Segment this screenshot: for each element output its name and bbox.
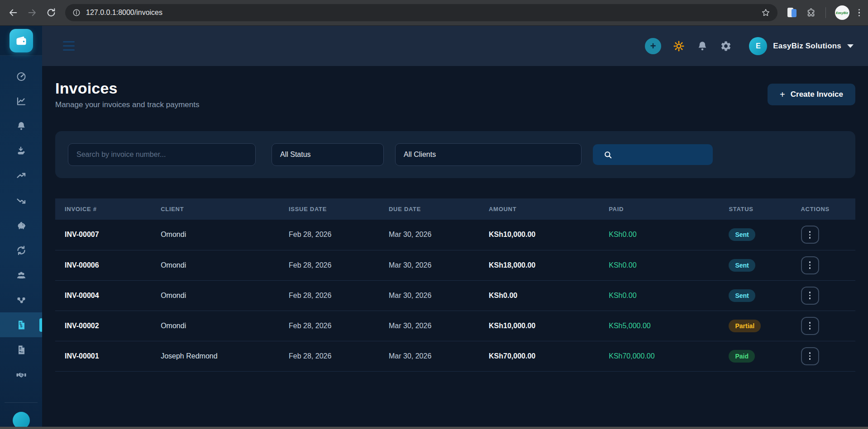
invoice-document-icon: $ [16, 320, 27, 330]
menu-toggle-icon[interactable] [63, 41, 75, 51]
bell-icon [16, 121, 27, 132]
account-name: EasyBiz Solutions [773, 42, 841, 51]
download-tray-icon [16, 146, 27, 156]
trending-down-icon [16, 195, 27, 206]
paid-cell: KSh0.00 [599, 280, 719, 311]
amount-cell: KSh10,000.00 [479, 311, 599, 341]
row-actions-kebab-button[interactable] [801, 287, 819, 305]
issue-date-cell: Feb 28, 2026 [279, 220, 379, 250]
status-badge: Sent [729, 289, 755, 302]
theme-toggle-sun-icon[interactable] [673, 40, 685, 52]
sidebar-item-dashboard[interactable] [0, 64, 42, 89]
active-indicator [39, 318, 42, 332]
sidebar-item-expenses[interactable] [0, 188, 42, 213]
sidebar-item-deals[interactable] [0, 362, 42, 387]
sidebar-item-income[interactable] [0, 163, 42, 188]
col-header-issue-date: Issue Date [279, 198, 379, 220]
due-date-cell: Mar 30, 2026 [379, 250, 479, 280]
sidebar-divider [5, 402, 38, 403]
row-actions-kebab-button[interactable] [801, 317, 819, 335]
quote-document-icon [16, 344, 27, 355]
handshake-icon [16, 369, 27, 380]
actions-cell [792, 341, 855, 371]
invoice-number-cell: INV-00006 [55, 250, 151, 280]
search-button[interactable] [593, 144, 713, 165]
table-row: INV-00006OmondiFeb 28, 2026Mar 30, 2026K… [55, 250, 855, 280]
sidebar-item-invoices[interactable]: $ [0, 312, 42, 337]
col-header-client: Client [151, 198, 279, 220]
site-info-icon[interactable] [72, 9, 81, 17]
invoice-number-cell: INV-00001 [55, 341, 151, 371]
paid-cell: KSh70,000.00 [599, 341, 719, 371]
piggy-bank-icon [16, 220, 27, 231]
invoices-table: Invoice # Client Issue Date Due Date Amo… [55, 198, 855, 372]
amount-cell: KSh0.00 [479, 280, 599, 311]
status-badge: Partial [729, 320, 761, 332]
due-date-cell: Mar 30, 2026 [379, 280, 479, 311]
sidebar-item-import[interactable] [0, 138, 42, 163]
toolbar-divider [825, 7, 826, 18]
browser-menu-icon[interactable] [858, 9, 860, 17]
row-actions-kebab-button[interactable] [801, 347, 819, 365]
amount-cell: KSh18,000.00 [479, 250, 599, 280]
browser-toolbar: 127.0.0.1:8000/invoices EasyBiz [0, 0, 868, 26]
extensions-icon[interactable] [806, 8, 816, 18]
logo-box [0, 26, 42, 56]
sidebar-item-savings[interactable] [0, 213, 42, 238]
col-header-invoice: Invoice # [55, 198, 151, 220]
page-subtitle: Manage your invoices and track payments [55, 100, 199, 109]
invoice-number-cell: INV-00007 [55, 220, 151, 250]
client-filter-select[interactable]: All Clients [395, 143, 582, 166]
search-input[interactable] [68, 143, 256, 166]
page-title: Invoices [55, 80, 199, 97]
sidebar-nav: $ [0, 56, 42, 387]
sidebar-item-recurring[interactable] [0, 238, 42, 263]
table-row: INV-00004OmondiFeb 28, 2026Mar 30, 2026K… [55, 280, 855, 311]
issue-date-cell: Feb 28, 2026 [279, 280, 379, 311]
client-cell: Omondi [151, 280, 279, 311]
sidebar-item-quotes[interactable] [0, 337, 42, 362]
issue-date-cell: Feb 28, 2026 [279, 341, 379, 371]
actions-cell [792, 220, 855, 250]
settings-gear-icon[interactable] [720, 40, 732, 52]
account-menu[interactable]: E EasyBiz Solutions [749, 37, 854, 55]
notifications-bell-icon[interactable] [696, 40, 708, 52]
sidebar-item-connections[interactable] [0, 288, 42, 312]
sidebar-item-analytics[interactable] [0, 89, 42, 113]
actions-cell [792, 311, 855, 341]
bookmark-star-icon[interactable] [761, 8, 770, 17]
col-header-amount: Amount [479, 198, 599, 220]
issue-date-cell: Feb 28, 2026 [279, 311, 379, 341]
side-panel-icon[interactable] [787, 7, 797, 18]
app-header: + E EasyBiz Solutions [42, 26, 868, 66]
status-cell: Sent [719, 280, 791, 311]
account-avatar: E [749, 37, 767, 55]
table-row: INV-00007OmondiFeb 28, 2026Mar 30, 2026K… [55, 220, 855, 250]
issue-date-cell: Feb 28, 2026 [279, 250, 379, 280]
browser-profile-avatar[interactable]: EasyBiz [835, 5, 849, 20]
wallet-icon [15, 34, 28, 47]
reload-icon[interactable] [46, 8, 56, 18]
filter-bar: All Status All Clients [55, 131, 855, 178]
invoice-number-cell: INV-00002 [55, 311, 151, 341]
plus-icon: + [780, 90, 785, 100]
due-date-cell: Mar 30, 2026 [379, 341, 479, 371]
paid-cell: KSh0.00 [599, 220, 719, 250]
back-icon[interactable] [8, 8, 18, 18]
col-header-status: Status [719, 198, 791, 220]
status-filter-select[interactable]: All Status [272, 143, 384, 166]
col-header-due-date: Due Date [379, 198, 479, 220]
table-header-row: Invoice # Client Issue Date Due Date Amo… [55, 198, 855, 220]
app-logo[interactable] [10, 29, 33, 52]
create-invoice-button[interactable]: + Create Invoice [768, 84, 855, 105]
sidebar-item-notifications[interactable] [0, 113, 42, 138]
sidebar-item-clients[interactable] [0, 263, 42, 288]
forward-icon[interactable] [27, 8, 37, 18]
client-cell: Omondi [151, 220, 279, 250]
row-actions-kebab-button[interactable] [801, 226, 819, 244]
address-bar[interactable]: 127.0.0.1:8000/invoices [65, 4, 777, 21]
quick-add-button[interactable]: + [645, 38, 661, 54]
row-actions-kebab-button[interactable] [801, 256, 819, 274]
search-icon [604, 151, 612, 159]
invoice-number-cell: INV-00004 [55, 280, 151, 311]
